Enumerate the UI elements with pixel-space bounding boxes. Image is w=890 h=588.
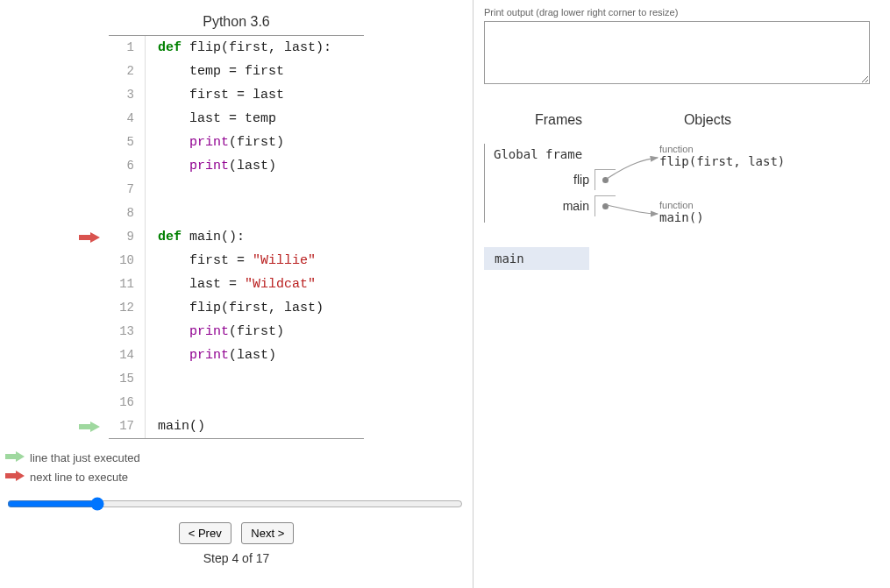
svg-marker-1 <box>79 422 100 432</box>
legend-next-label: next line to execute <box>30 471 128 484</box>
code-text: print(first) <box>146 320 284 344</box>
heap-object: functionflip(first, last) <box>659 144 785 168</box>
code-line: 7 <box>109 178 364 202</box>
code-line: 15 <box>109 367 364 391</box>
code-text: last = "Wildcat" <box>146 273 316 296</box>
global-frame-label: Global frame <box>485 147 616 161</box>
code-line: 1def flip(first, last): <box>109 36 364 60</box>
viz-body: Global frame flipmain main functionflip(… <box>484 144 879 319</box>
code-line: 4 last = temp <box>109 107 364 131</box>
code-line: 5 print(first) <box>109 131 364 154</box>
line-number: 8 <box>109 202 146 225</box>
code-line: 17main() <box>109 414 364 438</box>
code-block: 1def flip(first, last):2 temp = first3 f… <box>109 35 364 439</box>
object-type-label: function <box>659 200 704 210</box>
code-line: 10 first = "Willie" <box>109 249 364 273</box>
object-signature: main() <box>659 210 704 224</box>
var-pointer <box>595 195 616 216</box>
code-pane: Python 3.6 1def flip(first, last):2 temp… <box>0 0 473 588</box>
var-pointer <box>595 169 616 190</box>
line-number: 6 <box>109 154 146 178</box>
legend-just-label: line that just executed <box>30 451 140 464</box>
line-number: 3 <box>109 83 146 107</box>
line-number: 15 <box>109 367 146 391</box>
code-text: first = last <box>146 83 284 107</box>
global-frame: Global frame flipmain <box>484 144 616 223</box>
line-number: 5 <box>109 131 146 154</box>
line-number: 11 <box>109 273 146 296</box>
code-text: print(last) <box>146 154 276 178</box>
code-line: 6 print(last) <box>109 154 364 178</box>
code-text: print(first) <box>146 131 284 154</box>
language-title: Python 3.6 <box>0 14 473 30</box>
code-text: last = temp <box>146 107 276 131</box>
next-line-arrow-icon <box>5 471 25 484</box>
code-text: def main(): <box>146 225 245 249</box>
frame-var-flip: flip <box>485 166 616 193</box>
code-line: 14 print(last) <box>109 344 364 367</box>
line-number: 9 <box>109 225 146 249</box>
code-text: first = "Willie" <box>146 249 316 273</box>
next-line-arrow-icon <box>74 232 100 243</box>
output-label: Print output (drag lower right corner to… <box>484 7 879 18</box>
arrow-legend: line that just executed next line to exe… <box>5 448 473 486</box>
code-line: 13 print(first) <box>109 320 364 344</box>
frames-header: Frames <box>484 112 633 128</box>
code-text: print(last) <box>146 344 276 367</box>
line-number: 1 <box>109 36 146 60</box>
svg-marker-3 <box>5 471 25 481</box>
output-box[interactable] <box>484 21 870 84</box>
svg-marker-0 <box>79 232 100 243</box>
code-line: 3 first = last <box>109 83 364 107</box>
code-text: temp = first <box>146 60 284 83</box>
viz-pane: Print output (drag lower right corner to… <box>473 0 890 588</box>
heap-object: functionmain() <box>659 200 704 224</box>
call-frame-main: main <box>484 247 589 270</box>
code-line: 2 temp = first <box>109 60 364 83</box>
var-name: flip <box>573 173 589 187</box>
line-number: 13 <box>109 320 146 344</box>
svg-marker-2 <box>5 451 25 462</box>
code-line: 16 <box>109 391 364 414</box>
line-number: 7 <box>109 178 146 202</box>
step-slider[interactable] <box>7 497 463 511</box>
line-number: 12 <box>109 296 146 320</box>
just-executed-arrow-icon <box>74 422 100 432</box>
code-line: 11 last = "Wildcat" <box>109 273 364 296</box>
code-line: 9def main(): <box>109 225 364 249</box>
just-executed-arrow-icon <box>5 451 25 464</box>
line-number: 17 <box>109 414 146 438</box>
line-number: 10 <box>109 249 146 273</box>
code-line: 12 flip(first, last) <box>109 296 364 320</box>
next-button[interactable]: Next > <box>241 522 294 544</box>
object-signature: flip(first, last) <box>659 154 785 168</box>
frame-var-main: main <box>485 193 616 219</box>
code-line: 8 <box>109 202 364 225</box>
code-text: main() <box>146 414 205 438</box>
code-text: def flip(first, last): <box>146 36 331 60</box>
line-number: 2 <box>109 60 146 83</box>
prev-button[interactable]: < Prev <box>179 522 231 544</box>
object-type-label: function <box>659 144 785 154</box>
code-text: flip(first, last) <box>146 296 324 320</box>
step-label: Step 4 of 17 <box>0 551 473 565</box>
var-name: main <box>563 199 589 213</box>
line-number: 16 <box>109 391 146 414</box>
objects-header: Objects <box>633 112 782 128</box>
line-number: 14 <box>109 344 146 367</box>
line-number: 4 <box>109 107 146 131</box>
